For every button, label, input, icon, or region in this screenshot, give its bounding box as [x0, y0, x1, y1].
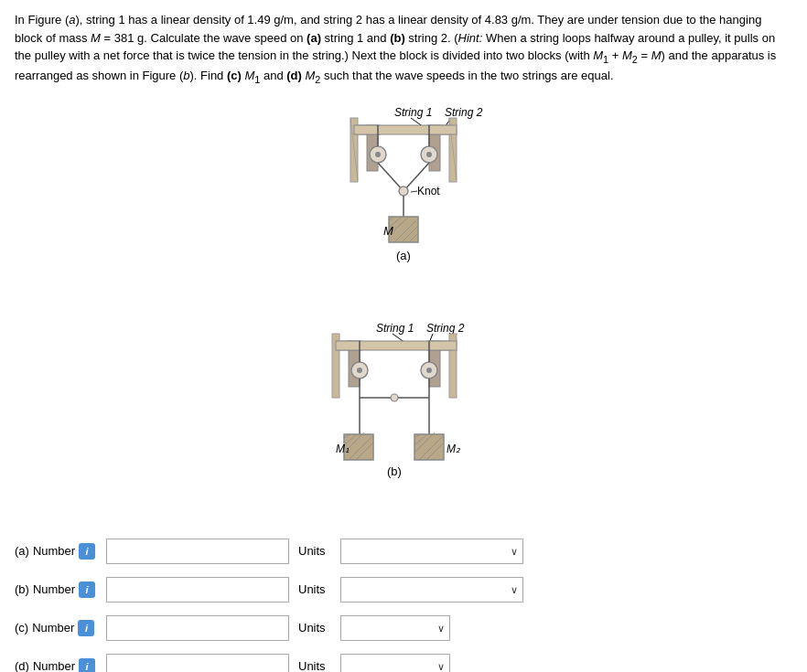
figures-area: String 1 String 2 — [15, 100, 792, 522]
number-label-c: Number — [32, 621, 74, 635]
info-icon-b[interactable]: i — [79, 581, 95, 598]
info-icon-d[interactable]: i — [79, 658, 95, 672]
problem-text: In Figure (a), string 1 has a linear den… — [15, 11, 792, 87]
figure-b: String 1 String 2 — [266, 315, 541, 517]
svg-point-12 — [375, 152, 381, 157]
number-input-b[interactable] — [106, 577, 289, 603]
number-label-a: Number — [33, 544, 75, 558]
answer-label-b: (b) Number i — [15, 581, 97, 598]
number-input-c[interactable] — [106, 615, 289, 641]
units-select-wrapper-d: g kg mg — [340, 654, 450, 672]
number-label-d: Number — [33, 659, 75, 672]
answer-row-c: (c) Number i Units g kg mg — [15, 615, 792, 641]
fig-b-string2-label: String 2 — [426, 322, 465, 335]
answer-label-d: (d) Number i — [15, 658, 97, 672]
svg-point-47 — [391, 394, 398, 401]
figure-a-svg: String 1 String 2 — [275, 100, 532, 310]
answers-area: (a) Number i Units m/s cm/s km/s (b) Num… — [15, 539, 792, 672]
info-icon-c[interactable]: i — [78, 620, 94, 636]
svg-point-14 — [426, 152, 432, 157]
part-label-a: (a) — [15, 544, 29, 558]
figure-b-svg: String 1 String 2 — [266, 315, 541, 517]
svg-rect-10 — [354, 125, 457, 134]
fig-a-string1-label: String 1 — [394, 106, 432, 119]
answer-label-c: (c) Number i — [15, 620, 97, 636]
answer-row-a: (a) Number i Units m/s cm/s km/s — [15, 539, 792, 564]
svg-point-19 — [399, 187, 408, 196]
units-label-c: Units — [298, 621, 331, 635]
svg-point-41 — [426, 368, 432, 373]
units-select-wrapper-a: m/s cm/s km/s — [340, 539, 523, 564]
units-select-a[interactable]: m/s cm/s km/s — [340, 539, 523, 564]
part-label-b: (b) — [15, 582, 29, 596]
figure-a: String 1 String 2 — [275, 100, 532, 310]
units-select-c[interactable]: g kg mg — [340, 615, 450, 641]
svg-point-39 — [357, 368, 362, 373]
units-label-b: Units — [298, 582, 331, 596]
svg-line-20 — [411, 191, 417, 192]
fig-a-string2-label: String 2 — [445, 106, 483, 119]
number-label-b: Number — [33, 582, 75, 596]
part-label-c: (c) — [15, 621, 28, 635]
info-icon-a[interactable]: i — [79, 543, 95, 560]
number-input-d[interactable] — [106, 654, 289, 672]
units-label-a: Units — [298, 544, 331, 558]
part-label-d: (d) — [15, 659, 29, 672]
units-select-b[interactable]: m/s cm/s km/s — [340, 577, 523, 603]
svg-rect-37 — [336, 341, 457, 350]
fig-b-caption: (b) — [387, 464, 402, 478]
units-label-d: Units — [298, 659, 331, 672]
units-select-wrapper-b: m/s cm/s km/s — [340, 577, 523, 603]
svg-line-15 — [378, 163, 404, 191]
answer-label-a: (a) Number i — [15, 543, 97, 560]
answer-row-d: (d) Number i Units g kg mg — [15, 654, 792, 672]
answer-row-b: (b) Number i Units m/s cm/s km/s — [15, 577, 792, 603]
units-select-wrapper-c: g kg mg — [340, 615, 450, 641]
fig-b-m1-label: M₁ — [336, 443, 350, 455]
units-select-d[interactable]: g kg mg — [340, 654, 450, 672]
number-input-a[interactable] — [106, 539, 289, 564]
fig-a-m-label: M — [383, 224, 393, 238]
fig-b-string1-label: String 1 — [376, 322, 414, 335]
fig-a-knot-label: Knot — [417, 185, 440, 197]
fig-b-m2-label: M₂ — [447, 443, 461, 455]
fig-a-caption: (a) — [396, 249, 411, 262]
